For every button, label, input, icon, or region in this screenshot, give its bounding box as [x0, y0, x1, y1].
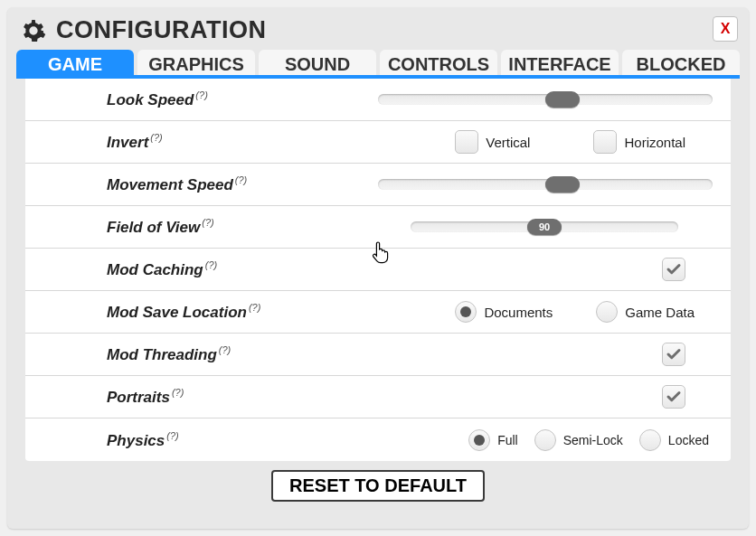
tabs: GAME GRAPHICS SOUND CONTROLS INTERFACE B…: [16, 50, 740, 79]
physics-locked-text: Locked: [668, 433, 709, 447]
physics-locked-radio[interactable]: [639, 429, 661, 451]
tab-interface-label: INTERFACE: [508, 54, 610, 74]
mod-caching-control: [662, 258, 685, 281]
titlebar: CONFIGURATION X: [7, 7, 749, 50]
tab-interface[interactable]: INTERFACE: [501, 50, 619, 75]
mod-save-gamedata-option: Game Data: [596, 301, 695, 323]
movement-speed-text: Movement Speed: [107, 176, 233, 193]
reset-to-default-button[interactable]: RESET TO DEFAULT: [271, 470, 485, 502]
physics-locked-option: Locked: [639, 429, 709, 451]
mod-save-documents-text: Documents: [484, 305, 553, 320]
look-speed-thumb[interactable]: [545, 91, 580, 108]
portraits-control: [662, 385, 685, 409]
physics-full-radio[interactable]: [468, 429, 490, 451]
close-button[interactable]: X: [713, 16, 738, 42]
tab-game-label: GAME: [48, 54, 102, 74]
mod-caching-text: Mod Caching: [107, 261, 203, 278]
settings-panel: Look Speed(?) Invert(?) Vertical: [25, 79, 731, 461]
look-speed-text: Look Speed: [107, 91, 194, 108]
mod-save-gamedata-radio[interactable]: [596, 301, 618, 323]
tab-blocked-label: BLOCKED: [637, 54, 726, 74]
invert-horizontal-checkbox[interactable]: [593, 130, 617, 154]
tab-game[interactable]: GAME: [16, 50, 134, 75]
invert-horizontal-text: Horizontal: [624, 135, 685, 150]
mod-save-documents-radio[interactable]: [455, 301, 477, 323]
invert-label: Invert(?): [107, 132, 163, 152]
tab-graphics-label: GRAPHICS: [148, 54, 244, 74]
row-field-of-view: Field of View(?) 90: [25, 206, 731, 249]
tab-blocked[interactable]: BLOCKED: [622, 50, 740, 75]
mod-threading-checkbox[interactable]: [662, 343, 685, 366]
row-mod-save-location: Mod Save Location(?) Documents Game Data: [25, 291, 731, 334]
mod-save-gamedata-text: Game Data: [625, 305, 695, 320]
fov-slider[interactable]: 90: [411, 221, 678, 232]
tab-sound-label: SOUND: [285, 54, 350, 74]
physics-semi-text: Semi-Lock: [563, 433, 623, 447]
gear-icon: [20, 17, 47, 44]
portraits-checkbox[interactable]: [662, 385, 685, 409]
physics-full-text: Full: [497, 433, 518, 447]
help-icon[interactable]: (?): [219, 344, 231, 355]
reset-label: RESET TO DEFAULT: [289, 475, 467, 495]
movement-speed-thumb[interactable]: [545, 176, 580, 193]
help-icon[interactable]: (?): [195, 89, 207, 100]
invert-vertical-text: Vertical: [486, 135, 530, 150]
row-physics: Physics(?) Full Semi-Lock Locked: [25, 418, 731, 461]
tab-controls-label: CONTROLS: [388, 54, 489, 74]
row-mod-caching: Mod Caching(?): [25, 249, 731, 291]
tab-controls[interactable]: CONTROLS: [380, 50, 497, 75]
look-speed-control: [378, 94, 713, 105]
close-icon: X: [721, 21, 731, 37]
help-icon[interactable]: (?): [172, 387, 184, 398]
help-icon[interactable]: (?): [205, 259, 217, 270]
movement-speed-slider[interactable]: [378, 179, 713, 190]
help-icon[interactable]: (?): [202, 217, 213, 228]
tab-graphics[interactable]: GRAPHICS: [137, 50, 255, 75]
check-icon: [666, 261, 682, 277]
mod-save-control: Documents Game Data: [455, 301, 695, 323]
row-invert: Invert(?) Vertical Horizontal: [25, 121, 731, 164]
physics-full-option: Full: [468, 429, 518, 451]
portraits-text: Portraits: [107, 389, 170, 406]
movement-speed-control: [378, 179, 713, 190]
invert-horizontal-option: Horizontal: [593, 130, 685, 154]
invert-vertical-option: Vertical: [455, 130, 530, 154]
fov-text: Field of View: [107, 219, 200, 236]
mod-save-documents-option: Documents: [455, 301, 553, 323]
check-icon: [666, 346, 682, 362]
mod-threading-text: Mod Threading: [107, 346, 217, 363]
invert-vertical-checkbox[interactable]: [455, 130, 478, 154]
mod-save-label: Mod Save Location(?): [107, 302, 260, 322]
mod-threading-label: Mod Threading(?): [107, 344, 231, 364]
row-movement-speed: Movement Speed(?): [25, 164, 731, 206]
portraits-label: Portraits(?): [107, 387, 184, 407]
help-icon[interactable]: (?): [249, 302, 260, 313]
fov-thumb[interactable]: 90: [527, 219, 562, 235]
mod-caching-checkbox[interactable]: [662, 258, 685, 281]
help-icon[interactable]: (?): [150, 132, 162, 143]
physics-semi-radio[interactable]: [534, 429, 556, 451]
row-portraits: Portraits(?): [25, 376, 731, 418]
physics-text: Physics: [107, 431, 165, 448]
row-mod-threading: Mod Threading(?): [25, 334, 731, 376]
mod-threading-control: [662, 343, 685, 366]
invert-text: Invert: [107, 134, 148, 151]
fov-control: 90: [411, 221, 678, 232]
physics-semi-option: Semi-Lock: [534, 429, 623, 451]
fov-label: Field of View(?): [107, 217, 214, 237]
look-speed-label: Look Speed(?): [107, 89, 208, 109]
mod-save-text: Mod Save Location: [107, 304, 247, 321]
physics-label: Physics(?): [107, 430, 179, 450]
look-speed-slider[interactable]: [378, 94, 713, 105]
help-icon[interactable]: (?): [235, 174, 247, 185]
check-icon: [666, 389, 682, 405]
physics-control: Full Semi-Lock Locked: [468, 429, 709, 451]
movement-speed-label: Movement Speed(?): [107, 174, 247, 194]
mod-caching-label: Mod Caching(?): [107, 259, 217, 279]
footer: RESET TO DEFAULT: [7, 461, 749, 502]
help-icon[interactable]: (?): [166, 430, 178, 441]
tabs-container: GAME GRAPHICS SOUND CONTROLS INTERFACE B…: [7, 50, 749, 461]
invert-control: Vertical Horizontal: [455, 130, 685, 154]
title-text: CONFIGURATION: [56, 16, 266, 44]
tab-sound[interactable]: SOUND: [259, 50, 376, 75]
